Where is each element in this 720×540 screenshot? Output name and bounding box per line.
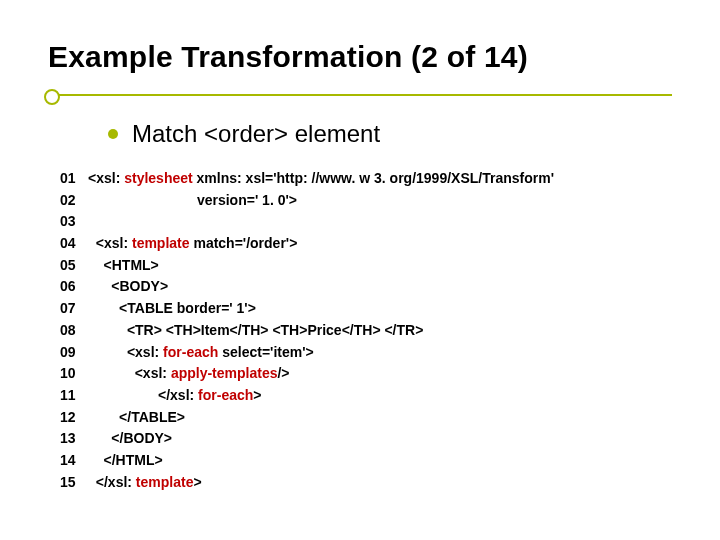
code-text: > (253, 385, 261, 407)
code-line: 15 </xsl: template> (60, 472, 672, 494)
line-number: 04 (60, 233, 88, 255)
keyword: apply-templates (171, 363, 278, 385)
code-text: match='/order'> (190, 233, 298, 255)
code-text: version=' 1. 0'> (88, 190, 297, 212)
line-number: 03 (60, 211, 88, 233)
line-number: 08 (60, 320, 88, 342)
code-text: <HTML> (88, 255, 159, 277)
code-line: 11 </xsl: for-each> (60, 385, 672, 407)
code-text: </xsl: (88, 385, 198, 407)
subtitle-text: Match <order> element (132, 120, 380, 148)
code-text: </HTML> (88, 450, 163, 472)
keyword: for-each (163, 342, 218, 364)
slide-title: Example Transformation (2 of 14) (48, 40, 672, 74)
code-line: 09 <xsl: for-each select='item'> (60, 342, 672, 364)
code-line: 05 <HTML> (60, 255, 672, 277)
code-line: 02 version=' 1. 0'> (60, 190, 672, 212)
bullet-icon (108, 129, 118, 139)
slide: Example Transformation (2 of 14) Match <… (0, 0, 720, 540)
code-text: <TABLE border=' 1'> (88, 298, 256, 320)
line-number: 15 (60, 472, 88, 494)
code-line: 01<xsl: stylesheet xmlns: xsl='http: //w… (60, 168, 672, 190)
line-number: 05 (60, 255, 88, 277)
code-text: <BODY> (88, 276, 168, 298)
line-number: 11 (60, 385, 88, 407)
subtitle-row: Match <order> element (108, 120, 672, 148)
code-text: </TABLE> (88, 407, 185, 429)
code-text: <TR> <TH>Item</TH> <TH>Price</TH> </TR> (88, 320, 423, 342)
line-number: 13 (60, 428, 88, 450)
line-number: 12 (60, 407, 88, 429)
code-text: <xsl: (88, 233, 132, 255)
code-line: 07 <TABLE border=' 1'> (60, 298, 672, 320)
keyword: for-each (198, 385, 253, 407)
code-line: 04 <xsl: template match='/order'> (60, 233, 672, 255)
code-line: 13 </BODY> (60, 428, 672, 450)
line-number: 06 (60, 276, 88, 298)
code-line: 12 </TABLE> (60, 407, 672, 429)
code-line: 03 (60, 211, 672, 233)
keyword: template (136, 472, 194, 494)
divider (48, 94, 672, 96)
code-text: <xsl: (88, 363, 171, 385)
code-block: 01<xsl: stylesheet xmlns: xsl='http: //w… (60, 168, 672, 493)
code-text: xmlns: xsl='http: //www. w 3. org/1999/X… (193, 168, 554, 190)
keyword: stylesheet (124, 168, 192, 190)
code-line: 06 <BODY> (60, 276, 672, 298)
code-text: /> (277, 363, 289, 385)
line-number: 02 (60, 190, 88, 212)
line-number: 14 (60, 450, 88, 472)
code-text: <xsl: (88, 168, 124, 190)
keyword: template (132, 233, 190, 255)
line-number: 10 (60, 363, 88, 385)
code-text: select='item'> (218, 342, 313, 364)
code-line: 10 <xsl: apply-templates/> (60, 363, 672, 385)
code-line: 14 </HTML> (60, 450, 672, 472)
line-number: 07 (60, 298, 88, 320)
code-text: </BODY> (88, 428, 172, 450)
line-number: 01 (60, 168, 88, 190)
code-line: 08 <TR> <TH>Item</TH> <TH>Price</TH> </T… (60, 320, 672, 342)
code-text: </xsl: (88, 472, 136, 494)
line-number: 09 (60, 342, 88, 364)
code-text: <xsl: (88, 342, 163, 364)
code-text: > (193, 472, 201, 494)
